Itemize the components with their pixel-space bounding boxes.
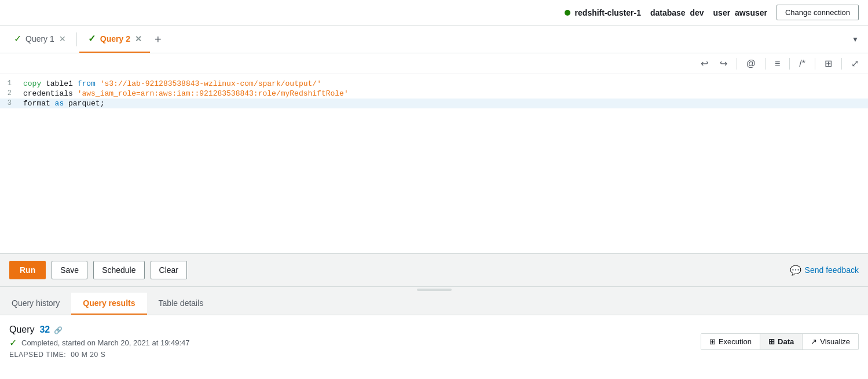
data-view-icon: ⊞ [768, 337, 775, 346]
at-icon[interactable]: @ [744, 57, 758, 70]
database-value: dev [690, 8, 704, 17]
feedback-link[interactable]: 💬 Send feedback [790, 265, 859, 276]
tab-query1-label: Query 1 [25, 34, 54, 43]
visualize-view-label: Visualize [820, 337, 850, 346]
line-num-1: 1 [0, 79, 19, 89]
code-line-3: 3 format as parquet; [0, 99, 868, 108]
tab-separator [76, 32, 77, 46]
toolbar-sep3 [789, 58, 790, 70]
tab-check-icon: ✓ [13, 34, 22, 43]
redo-icon[interactable]: ↪ [717, 57, 730, 70]
schedule-button[interactable]: Schedule [93, 261, 144, 279]
user-label: user [713, 8, 731, 17]
tab-dropdown-arrow[interactable]: ▼ [847, 33, 863, 46]
grid-icon[interactable]: ⊞ [822, 57, 834, 70]
str-s3path: 's3://lab-921283538843-wzlinux-com/spark… [100, 79, 321, 88]
results-area: Query 32 🔗 ✓ Completed, started on March… [0, 315, 868, 374]
kw-from: from [78, 79, 96, 88]
tab-query-history[interactable]: Query history [0, 293, 71, 315]
line-content-3: format as parquet; [19, 99, 868, 108]
code-lines: 1 copy table1 from 's3://lab-92128353884… [0, 74, 868, 113]
tab-query1[interactable]: ✓ Query 1 ✕ [5, 25, 74, 53]
run-button[interactable]: Run [9, 261, 46, 279]
toolbar-sep1 [737, 58, 737, 70]
kw-copy: copy [23, 79, 41, 88]
feedback-icon: 💬 [790, 265, 801, 276]
execution-view-button[interactable]: ⊞ Execution [701, 334, 760, 349]
connection-status-dot [565, 10, 570, 16]
fullscreen-icon[interactable]: ⤢ [849, 57, 861, 70]
visualize-view-icon: ↗ [811, 337, 817, 346]
header-bar: redshift-cluster-1 database dev user aws… [0, 0, 868, 25]
tab-table-details-label: Table details [159, 298, 204, 308]
tab-query1-close[interactable]: ✕ [59, 34, 66, 43]
visualize-view-button[interactable]: ↗ Visualize [803, 334, 858, 349]
results-title: Query 32 🔗 [9, 325, 190, 335]
execution-view-label: Execution [719, 337, 752, 346]
external-link-icon[interactable]: 🔗 [54, 326, 63, 334]
tab-table-details[interactable]: Table details [147, 293, 215, 315]
code-line-2: 2 credentials 'aws_iam_role=arn:aws:iam:… [0, 89, 868, 99]
editor-toolbar: ↩ ↪ @ ≡ /* ⊞ ⤢ [0, 53, 868, 74]
comment-icon[interactable]: /* [797, 57, 808, 70]
add-tab-button[interactable]: + [150, 34, 166, 45]
clear-button[interactable]: Clear [151, 261, 187, 279]
bottom-panel: Query history Query results Table detail… [0, 293, 868, 379]
tab-query2[interactable]: ✓ Query 2 ✕ [79, 25, 150, 53]
cluster-name: redshift-cluster-1 [575, 8, 641, 17]
tab-query-results[interactable]: Query results [71, 293, 147, 315]
status-check-icon: ✓ [9, 337, 17, 348]
tab-bar: ✓ Query 1 ✕ ✓ Query 2 ✕ + ▼ [0, 25, 868, 53]
tab-query2-label: Query 2 [100, 34, 130, 43]
change-connection-button[interactable]: Change connection [777, 5, 859, 20]
tab-query-results-label: Query results [83, 298, 135, 308]
results-view-buttons: ⊞ Execution ⊞ Data ↗ Visualize [701, 333, 859, 350]
code-line-1: 1 copy table1 from 's3://lab-92128353884… [0, 79, 868, 89]
line-content-2: credentials 'aws_iam_role=arn:aws:iam::9… [19, 89, 868, 99]
tab-check-active-icon: ✓ [87, 34, 97, 43]
database-label: database [650, 8, 686, 17]
results-header: Query 32 🔗 ✓ Completed, started on March… [9, 325, 859, 359]
resize-handle[interactable] [0, 287, 868, 293]
data-view-label: Data [778, 337, 794, 346]
save-button[interactable]: Save [52, 261, 87, 279]
elapsed-value: 00 m 20 s [71, 351, 105, 359]
line-num-3: 3 [0, 99, 19, 108]
resize-handle-inner [417, 289, 452, 291]
results-title-prefix: Query [9, 325, 35, 334]
execution-view-icon: ⊞ [709, 337, 716, 346]
status-text: Completed, started on March 20, 2021 at … [21, 338, 190, 347]
results-title-section: Query 32 🔗 ✓ Completed, started on March… [9, 325, 190, 359]
list-icon[interactable]: ≡ [772, 57, 782, 70]
kw-as: as [55, 99, 64, 108]
toolbar-sep5 [841, 58, 842, 70]
cluster-info: redshift-cluster-1 [565, 8, 641, 17]
line-content-1: copy table1 from 's3://lab-921283538843-… [19, 79, 868, 89]
toolbar-sep2 [765, 58, 766, 70]
tab-query2-close[interactable]: ✕ [135, 34, 142, 43]
undo-icon[interactable]: ↩ [698, 57, 710, 70]
elapsed-time: ELAPSED TIME: 00 m 20 s [9, 351, 190, 359]
user-value: awsuser [735, 8, 767, 17]
bottom-tab-bar: Query history Query results Table detail… [0, 293, 868, 315]
tab-bar-right: ▼ [847, 33, 863, 46]
action-bar: Run Save Schedule Clear 💬 Send feedback [0, 254, 868, 287]
status-line: ✓ Completed, started on March 20, 2021 a… [9, 337, 190, 348]
database-info: database dev [650, 8, 704, 17]
user-info: user awsuser [713, 8, 767, 17]
data-view-button[interactable]: ⊞ Data [760, 334, 803, 349]
feedback-label: Send feedback [805, 265, 859, 275]
elapsed-label: ELAPSED TIME: [9, 351, 66, 359]
toolbar-sep4 [815, 58, 815, 70]
query-number-link[interactable]: 32 [39, 325, 50, 334]
str-credentials: 'aws_iam_role=arn:aws:iam::921283538843:… [78, 89, 349, 98]
code-editor[interactable]: 1 copy table1 from 's3://lab-92128353884… [0, 74, 868, 254]
line-num-2: 2 [0, 89, 19, 99]
tab-query-history-label: Query history [12, 298, 60, 308]
